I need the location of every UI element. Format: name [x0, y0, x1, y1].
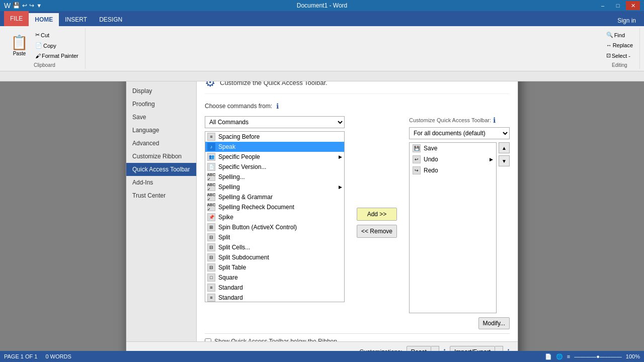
reset-button[interactable]: Reset: [407, 346, 431, 351]
view-icon-web[interactable]: 🌐: [556, 353, 563, 360]
cmd-standard-1-icon: ≡: [207, 284, 215, 292]
tab-design[interactable]: DESIGN: [93, 13, 128, 26]
move-down-button[interactable]: ▼: [499, 155, 510, 166]
view-icon-print[interactable]: 📄: [545, 353, 552, 360]
qa-save-label: Save: [424, 145, 437, 152]
cmd-split-table[interactable]: ⊟ Split Table: [205, 262, 344, 273]
qa-redo[interactable]: ↪ Redo: [410, 165, 496, 176]
cmd-spelling-arrow[interactable]: ABC✓ Spelling: [205, 182, 344, 192]
import-export-button[interactable]: Import/Export: [450, 346, 495, 351]
cmd-spacing-before[interactable]: ≡ Spacing Before: [205, 132, 344, 142]
tab-file[interactable]: FILE: [4, 11, 29, 26]
qa-undo-arrow: ▶: [490, 157, 493, 162]
qa-list-container: 💾 Save ↩ Undo ▶: [409, 142, 497, 313]
move-up-button[interactable]: ▲: [499, 142, 510, 153]
qa-undo-icon: ↩: [413, 155, 421, 163]
cmd-standard-2[interactable]: ≡ Standard: [205, 293, 344, 302]
copy-cut-group: ✂ Cut 📄 Copy 🖌 Format Painter: [33, 30, 81, 60]
editing-label: Editing: [612, 60, 627, 68]
cmd-specific-people-label: Specific People: [218, 153, 260, 160]
cmd-standard-1[interactable]: ≡ Standard: [205, 283, 344, 293]
qa-undo[interactable]: ↩ Undo ▶: [410, 154, 496, 165]
cmd-speak[interactable]: ♪ Speak: [205, 142, 344, 152]
replace-icon: ↔: [606, 42, 612, 48]
restore-button[interactable]: □: [611, 1, 625, 10]
select-icon: ⊡: [606, 52, 611, 59]
status-bar: PAGE 1 OF 1 0 WORDS 📄 🌐 ≡ ————●———— 100%: [0, 351, 644, 362]
word-window: FILE HOME INSERT DESIGN Sign in 📋 Paste …: [0, 11, 644, 362]
cmd-square[interactable]: □ Square: [205, 273, 344, 283]
remove-button[interactable]: << Remove: [357, 225, 397, 238]
qa-save-icon: 💾: [413, 144, 421, 152]
customize-label: Customize Quick Access Toolbar: ℹ: [409, 116, 510, 124]
cmd-specific-people[interactable]: 👥 Specific People: [205, 152, 344, 162]
nav-display[interactable]: Display: [126, 84, 196, 98]
cut-button[interactable]: ✂ Cut: [33, 30, 81, 40]
customize-icon[interactable]: ▼: [36, 3, 42, 9]
cmd-spelling-grammar[interactable]: ABC✓ Spelling & Grammar: [205, 192, 344, 202]
cmd-spin-button[interactable]: ⊞ Spin Button (ActiveX Control): [205, 222, 344, 232]
import-info-icon[interactable]: ℹ: [507, 348, 510, 351]
qa-save[interactable]: 💾 Save: [410, 143, 496, 154]
format-painter-button[interactable]: 🖌 Format Painter: [33, 51, 81, 60]
import-export-dropdown-arrow[interactable]: ▼: [495, 346, 503, 351]
reset-info-icon[interactable]: ℹ: [443, 348, 446, 351]
choose-info-icon[interactable]: ℹ: [276, 102, 279, 110]
content-header: ⚙ Customize the Quick Access Toolbar.: [205, 81, 510, 94]
nav-proofing[interactable]: Proofing: [126, 98, 196, 111]
close-button[interactable]: ✕: [626, 1, 640, 10]
minimize-button[interactable]: –: [596, 1, 610, 10]
add-button[interactable]: Add >>: [357, 208, 397, 221]
tab-insert[interactable]: INSERT: [59, 13, 93, 26]
redo-icon[interactable]: ↪: [29, 2, 34, 9]
zoom-slider[interactable]: ————●————: [574, 353, 622, 359]
cmd-split-cells-label: Split Cells...: [218, 244, 250, 251]
cmd-spelling-arrow-label: Spelling: [218, 184, 240, 191]
cmd-specific-version[interactable]: 📄 Specific Version...: [205, 162, 344, 172]
cmd-split-subdocument[interactable]: ⊟ Split Subdocument: [205, 252, 344, 262]
cmd-spelling-arrow-icon: ABC✓: [207, 183, 215, 191]
customize-info-icon[interactable]: ℹ: [493, 116, 496, 124]
paste-button[interactable]: 📋 Paste: [8, 32, 31, 59]
cmd-spelling-recheck[interactable]: ABC✓ Spelling Recheck Document: [205, 202, 344, 212]
qa-undo-label: Undo: [424, 156, 438, 163]
nav-add-ins[interactable]: Add-Ins: [126, 176, 196, 189]
find-button[interactable]: 🔍 Find: [604, 30, 635, 40]
nav-advanced[interactable]: Advanced: [126, 137, 196, 150]
reset-dropdown-arrow[interactable]: ▼: [431, 346, 439, 351]
select-button[interactable]: ⊡ Select -: [604, 51, 635, 60]
toolbar-dropdown[interactable]: For all documents (default): [409, 127, 510, 139]
commands-dropdown[interactable]: All Commands: [205, 116, 345, 128]
quick-save-icon[interactable]: 💾: [13, 2, 20, 9]
cmd-spelling-grammar-icon: ABC✓: [207, 193, 215, 201]
replace-button[interactable]: ↔ Replace: [604, 41, 635, 50]
cmd-speak-label: Speak: [218, 143, 235, 150]
sign-in-link[interactable]: Sign in: [613, 15, 640, 26]
nav-customize-ribbon[interactable]: Customize Ribbon: [126, 150, 196, 163]
add-remove-buttons: Add >> << Remove: [353, 116, 401, 329]
document-area: Word Options ? ✕ General Display Proofin…: [0, 81, 644, 351]
window-controls: – □ ✕: [596, 1, 640, 10]
tab-home[interactable]: HOME: [29, 13, 59, 26]
nav-save[interactable]: Save: [126, 111, 196, 124]
view-icon-outline[interactable]: ≡: [567, 353, 570, 359]
nav-language[interactable]: Language: [126, 124, 196, 137]
ribbon-tabs: FILE HOME INSERT DESIGN Sign in: [0, 11, 644, 26]
modify-button[interactable]: Modify...: [478, 317, 510, 329]
dialog-body: General Display Proofing Save Language A…: [126, 81, 518, 341]
cmd-split-cells[interactable]: ⊟ Split Cells...: [205, 242, 344, 252]
content-header-text: Customize the Quick Access Toolbar.: [220, 81, 328, 86]
nav-quick-access-toolbar[interactable]: Quick Access Toolbar: [126, 163, 196, 176]
word-options-dialog: Word Options ? ✕ General Display Proofin…: [126, 81, 518, 351]
nav-trust-center[interactable]: Trust Center: [126, 189, 196, 202]
cmd-square-icon: □: [207, 274, 215, 282]
cmd-spelling-dots[interactable]: ABC✓ Spelling...: [205, 172, 344, 182]
cmd-split-label: Split: [218, 234, 230, 241]
cmd-standard-2-icon: ≡: [207, 294, 215, 302]
undo-icon[interactable]: ↩: [22, 2, 27, 9]
cmd-split[interactable]: ⊟ Split: [205, 232, 344, 242]
commands-list-container: ≡ Spacing Before ♪ Speak: [205, 131, 345, 302]
qa-redo-icon: ↪: [413, 166, 421, 174]
cmd-spike[interactable]: 📌 Spike: [205, 212, 344, 222]
copy-button[interactable]: 📄 Copy: [33, 41, 81, 50]
